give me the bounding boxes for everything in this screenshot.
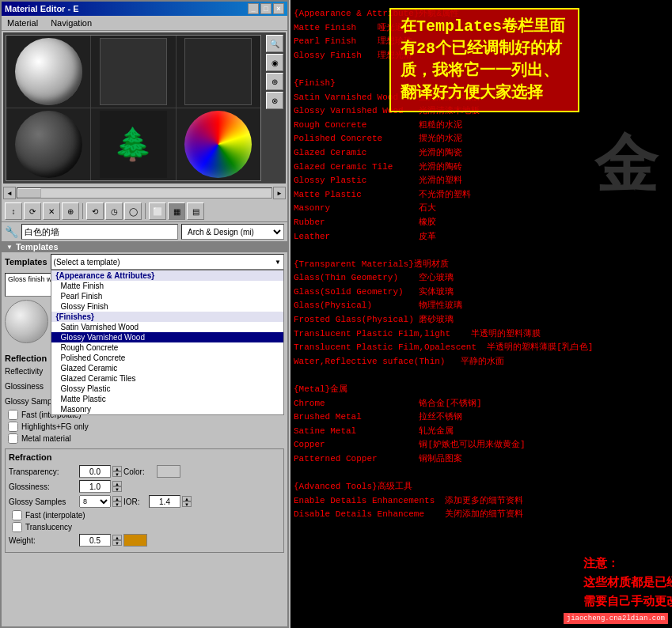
template-item-matte-plastic[interactable]: Matte Plastic [51, 394, 283, 404]
refraction-glossiness-input[interactable] [79, 480, 111, 493]
toolbar-btn-5[interactable]: ⟲ [86, 202, 104, 220]
shader-dropdown[interactable]: Arch & Design (mi) [181, 224, 284, 240]
side-btn-4[interactable]: ⊗ [266, 92, 283, 109]
scroll-track[interactable] [17, 187, 272, 199]
viewport-cell-1[interactable] [6, 36, 90, 108]
horizontal-scrollbar[interactable]: ◄ ► [2, 185, 287, 201]
weight-input[interactable] [79, 534, 111, 547]
line-32: Patterned Copper 铜制品图案 [294, 452, 669, 467]
template-dropdown-trigger[interactable]: (Select a template) [51, 254, 284, 270]
toolbar-btn-9[interactable]: ▦ [168, 202, 185, 220]
weight-down[interactable]: ▼ [112, 540, 122, 546]
toolbar-btn-3[interactable]: ✕ [43, 202, 60, 220]
templates-label: Templates [16, 242, 59, 252]
ior-input[interactable] [149, 495, 180, 508]
title-bar: Material Editor - E _ □ × [2, 2, 287, 16]
template-item-matte-finish[interactable]: Matte Finish [51, 281, 283, 291]
template-item-polished-concrete[interactable]: Polished Concrete [51, 353, 283, 363]
transparency-input[interactable] [79, 465, 111, 478]
transparency-down[interactable]: ▼ [112, 471, 122, 477]
template-item-glossy-finish[interactable]: Glossy Finish [51, 301, 283, 312]
templates-section-header: ▼ Templates [2, 241, 287, 252]
line-27: {Metal}金属 [294, 383, 669, 397]
toolbar-btn-7[interactable]: ◯ [124, 202, 142, 220]
line-13: Matte Plastic 不光滑的塑料 [294, 188, 669, 202]
refraction-glossiness-up[interactable]: ▲ [112, 481, 122, 486]
title-text: Material Editor - E [5, 4, 79, 13]
viewport-placeholder-2 [100, 38, 167, 105]
ior-spinners: ▲ ▼ [182, 496, 192, 507]
transparency-controls: ▲ ▼ Color: [79, 465, 280, 478]
template-item-satin-varnished[interactable]: Satin Varnished Wood [51, 322, 283, 332]
viewport-cell-4[interactable] [6, 108, 90, 180]
scroll-left-btn[interactable]: ◄ [3, 187, 16, 199]
template-item-pearl-finish[interactable]: Pearl Finish [51, 291, 283, 301]
line-31: Copper 铜[妒嫉也可以用来做黄金] [294, 438, 669, 452]
glossy-samples-refraction-select[interactable]: 8 [79, 495, 111, 508]
minimize-button[interactable]: _ [248, 3, 259, 14]
toolbar-btn-8[interactable]: ⬜ [149, 202, 166, 220]
gsrs-down[interactable]: ▼ [112, 501, 122, 507]
transparency-up[interactable]: ▲ [112, 466, 122, 471]
viewport-placeholder-3 [184, 38, 252, 105]
template-selected-value: (Select a template) [54, 258, 275, 267]
highlights-fg-checkbox[interactable] [8, 422, 18, 432]
ior-down[interactable]: ▼ [182, 501, 192, 507]
line-24: Translucent Plastic Film,Opalescent 半透明的… [294, 341, 669, 355]
gsrs-up[interactable]: ▲ [112, 496, 122, 501]
templates-text-label: Templates [5, 257, 47, 267]
toolbar-btn-4[interactable]: ⊕ [62, 202, 79, 220]
template-item-masonry[interactable]: Masonry [51, 404, 283, 414]
metal-material-checkbox[interactable] [8, 433, 18, 444]
viewport-cell-6[interactable] [177, 108, 260, 180]
material-name-input[interactable] [21, 224, 178, 240]
side-btn-3[interactable]: ⊕ [266, 73, 283, 90]
side-btn-1[interactable]: 🔍 [266, 35, 283, 52]
side-btn-2[interactable]: ◉ [266, 54, 283, 71]
toolbar-btn-6[interactable]: ◷ [105, 202, 123, 220]
metal-material-row: Metal material [8, 433, 281, 444]
scroll-right-btn[interactable]: ► [273, 187, 286, 199]
weight-label: Weight: [9, 536, 76, 545]
template-select-container: (Select a template) {Appearance & Attrib… [51, 254, 284, 270]
weight-up[interactable]: ▲ [112, 535, 122, 540]
translucency-checkbox[interactable] [12, 522, 22, 532]
template-item-glossy-varnished[interactable]: Glossy Varnished Wood [51, 332, 283, 342]
fast-interpolate-checkbox-1[interactable] [8, 410, 18, 420]
template-group-finishes: {Finishes} [51, 312, 283, 322]
refraction-glossiness-controls: ▲ ▼ [79, 480, 280, 493]
template-item-rough-concrete[interactable]: Rough Concrete [51, 342, 283, 353]
eyedropper-icon: 🔧 [5, 225, 18, 238]
glossy-samples-refraction-row: Glossy Samples 8 ▲ ▼ IOR: ▲ ▼ [9, 495, 280, 508]
line-26 [294, 369, 669, 383]
template-item-glazed-ceramic[interactable]: Glazed Ceramic [51, 363, 283, 373]
maximize-button[interactable]: □ [260, 3, 271, 14]
refraction-title: Refraction [9, 452, 280, 462]
toolbar-btn-1[interactable]: ↕ [5, 202, 22, 220]
close-button[interactable]: × [273, 3, 284, 14]
template-item-glossy-plastic[interactable]: Glossy Plastic [51, 384, 283, 394]
material-preview-sphere[interactable] [5, 300, 48, 343]
viewport-cell-2[interactable] [91, 36, 175, 108]
weight-color-swatch[interactable] [123, 534, 147, 547]
template-list[interactable]: {Appearance & Attributes} Matte Finish P… [51, 270, 284, 415]
viewport-cell-3[interactable] [177, 36, 260, 108]
template-item-glazed-ceramic-tile[interactable]: Glazed Ceramic Tiles [51, 373, 283, 384]
viewport-cell-5[interactable]: 🌲 [91, 108, 175, 180]
glossy-samples-refraction-spinners: ▲ ▼ [112, 496, 122, 507]
sphere-preview-white [15, 38, 82, 105]
color-swatch[interactable] [157, 465, 180, 478]
menu-material[interactable]: Material [5, 17, 40, 28]
line-34: {Advanced Tools}高级工具 [294, 480, 669, 494]
fast-interpolate-checkbox-2[interactable] [12, 510, 22, 520]
toolbar-btn-10[interactable]: ▤ [187, 202, 204, 220]
bottom-annotation: 注意： 这些材质都是已经完全调制好的材质类型，也包括了贴图。所以需要自己手动更改… [583, 555, 672, 612]
tree-preview: 🌲 [100, 111, 167, 178]
sphere-preview-dark [15, 111, 82, 178]
line-28: Chrome 铬合金[不锈钢] [294, 397, 669, 411]
scroll-thumb[interactable] [17, 188, 41, 198]
refraction-glossiness-down[interactable]: ▼ [112, 486, 122, 492]
ior-up[interactable]: ▲ [182, 496, 192, 501]
toolbar-btn-2[interactable]: ⟳ [24, 202, 41, 220]
menu-navigation[interactable]: Navigation [48, 17, 94, 28]
